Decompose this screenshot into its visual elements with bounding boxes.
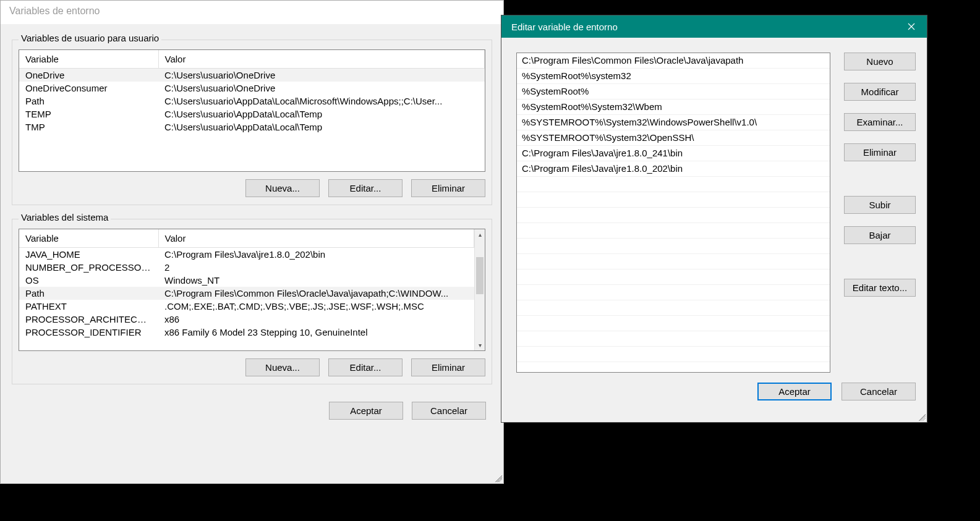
variable-cell: Path bbox=[19, 95, 158, 108]
edit-ok-button[interactable]: Aceptar bbox=[757, 383, 832, 400]
column-variable[interactable]: Variable bbox=[19, 50, 158, 69]
system-table-scrollbar[interactable]: ▴ ▾ bbox=[474, 229, 485, 350]
path-down-button[interactable]: Bajar bbox=[844, 226, 916, 244]
variable-cell: OS bbox=[19, 274, 158, 287]
list-item[interactable]: C:\Program Files\Java\jre1.8.0_202\bin bbox=[517, 161, 830, 177]
user-group-label: Variables de usuario para usuario bbox=[19, 33, 161, 43]
table-row[interactable]: PROCESSOR_ARCHITECTUREx86 bbox=[19, 313, 474, 326]
path-browse-button[interactable]: Examinar... bbox=[844, 113, 916, 131]
column-value[interactable]: Valor bbox=[158, 50, 485, 69]
variable-cell: NUMBER_OF_PROCESSORS bbox=[19, 261, 158, 274]
table-row[interactable]: PathC:\Program Files\Common Files\Oracle… bbox=[19, 287, 474, 300]
user-variables-group: Variables de usuario para usuario Variab… bbox=[12, 40, 492, 205]
user-delete-button[interactable]: Eliminar bbox=[411, 179, 485, 197]
edit-cancel-button[interactable]: Cancelar bbox=[842, 383, 916, 400]
path-new-button[interactable]: Nuevo bbox=[844, 53, 916, 70]
table-row[interactable]: OneDriveConsumerC:\Users\usuario\OneDriv… bbox=[19, 82, 485, 95]
list-item[interactable] bbox=[517, 300, 830, 316]
table-row[interactable]: TMPC:\Users\usuario\AppData\Local\Temp bbox=[19, 121, 485, 133]
list-item[interactable] bbox=[517, 347, 830, 362]
table-row[interactable]: PathC:\Users\usuario\AppData\Local\Micro… bbox=[19, 95, 485, 108]
path-edit-text-button[interactable]: Editar texto... bbox=[844, 279, 916, 297]
list-item[interactable] bbox=[517, 239, 830, 254]
list-item[interactable] bbox=[517, 223, 830, 239]
variable-cell: TMP bbox=[19, 121, 158, 133]
system-variables-group: Variables del sistema Variable Valor JAV… bbox=[12, 219, 492, 384]
list-item[interactable] bbox=[517, 316, 830, 331]
table-row[interactable]: JAVA_HOMEC:\Program Files\Java\jre1.8.0_… bbox=[19, 248, 474, 261]
path-up-button[interactable]: Subir bbox=[844, 196, 916, 214]
value-cell: C:\Users\usuario\AppData\Local\Temp bbox=[158, 108, 485, 121]
value-cell: x86 bbox=[158, 313, 474, 326]
env-cancel-button[interactable]: Cancelar bbox=[412, 402, 486, 420]
edit-dialog-titlebar[interactable]: Editar variable de entorno bbox=[501, 15, 927, 38]
column-variable[interactable]: Variable bbox=[19, 229, 158, 248]
variable-cell: OneDrive bbox=[19, 69, 158, 82]
path-list[interactable]: C:\Program Files\Common Files\Oracle\Jav… bbox=[516, 53, 830, 373]
list-item[interactable]: %SystemRoot%\system32 bbox=[517, 69, 830, 84]
value-cell: Windows_NT bbox=[158, 274, 474, 287]
path-edit-button[interactable]: Modificar bbox=[844, 83, 916, 101]
system-edit-button[interactable]: Editar... bbox=[328, 358, 403, 376]
close-button[interactable] bbox=[896, 15, 927, 38]
column-value[interactable]: Valor bbox=[158, 229, 474, 248]
value-cell: C:\Users\usuario\AppData\Local\Temp bbox=[158, 121, 485, 133]
list-item[interactable] bbox=[517, 285, 830, 300]
resize-grip[interactable] bbox=[917, 412, 926, 421]
variable-cell: TEMP bbox=[19, 108, 158, 121]
variable-cell: PATHEXT bbox=[19, 300, 158, 313]
user-variables-table[interactable]: Variable Valor OneDriveC:\Users\usuario\… bbox=[19, 49, 485, 172]
variable-cell: PROCESSOR_ARCHITECTURE bbox=[19, 313, 158, 326]
list-item[interactable]: %SYSTEMROOT%\System32\OpenSSH\ bbox=[517, 130, 830, 146]
env-ok-button[interactable]: Aceptar bbox=[329, 402, 403, 420]
edit-dialog-title: Editar variable de entorno bbox=[511, 22, 618, 32]
list-item[interactable]: %SYSTEMROOT%\System32\WindowsPowerShell\… bbox=[517, 115, 830, 130]
table-row[interactable]: OSWindows_NT bbox=[19, 274, 474, 287]
value-cell: C:\Program Files\Java\jre1.8.0_202\bin bbox=[158, 248, 474, 261]
table-row[interactable]: TEMPC:\Users\usuario\AppData\Local\Temp bbox=[19, 108, 485, 121]
scroll-up-icon[interactable]: ▴ bbox=[475, 229, 485, 240]
user-edit-button[interactable]: Editar... bbox=[328, 179, 403, 197]
value-cell: C:\Users\usuario\OneDrive bbox=[158, 82, 485, 95]
edit-environment-variable-dialog: Editar variable de entorno C:\Program Fi… bbox=[501, 15, 927, 423]
system-delete-button[interactable]: Eliminar bbox=[411, 358, 485, 376]
list-item[interactable]: C:\Program Files\Java\jre1.8.0_241\bin bbox=[517, 146, 830, 161]
value-cell: x86 Family 6 Model 23 Stepping 10, Genui… bbox=[158, 326, 474, 339]
value-cell: C:\Program Files\Common Files\Oracle\Jav… bbox=[158, 287, 474, 300]
list-item[interactable] bbox=[517, 269, 830, 285]
list-item[interactable] bbox=[517, 177, 830, 192]
system-new-button[interactable]: Nueva... bbox=[245, 358, 320, 376]
list-item[interactable] bbox=[517, 208, 830, 223]
value-cell: C:\Users\usuario\OneDrive bbox=[158, 69, 485, 82]
list-item[interactable] bbox=[517, 331, 830, 347]
path-delete-button[interactable]: Eliminar bbox=[844, 143, 916, 161]
list-item[interactable]: C:\Program Files\Common Files\Oracle\Jav… bbox=[517, 53, 830, 69]
system-variables-table[interactable]: Variable Valor JAVA_HOMEC:\Program Files… bbox=[19, 229, 485, 351]
variable-cell: JAVA_HOME bbox=[19, 248, 158, 261]
dialog-title: Variables de entorno bbox=[1, 1, 503, 24]
list-item[interactable]: %SystemRoot%\System32\Wbem bbox=[517, 100, 830, 115]
list-item[interactable] bbox=[517, 192, 830, 208]
scroll-down-icon[interactable]: ▾ bbox=[475, 340, 485, 350]
value-cell: 2 bbox=[158, 261, 474, 274]
table-row[interactable]: PATHEXT.COM;.EXE;.BAT;.CMD;.VBS;.VBE;.JS… bbox=[19, 300, 474, 313]
table-row[interactable]: OneDriveC:\Users\usuario\OneDrive bbox=[19, 69, 485, 82]
value-cell: C:\Users\usuario\AppData\Local\Microsoft… bbox=[158, 95, 485, 108]
resize-grip[interactable] bbox=[493, 473, 502, 482]
user-new-button[interactable]: Nueva... bbox=[245, 179, 320, 197]
list-item[interactable] bbox=[517, 254, 830, 269]
environment-variables-dialog: Variables de entorno Variables de usuari… bbox=[0, 0, 504, 484]
list-item[interactable]: %SystemRoot% bbox=[517, 84, 830, 100]
table-row[interactable]: NUMBER_OF_PROCESSORS2 bbox=[19, 261, 474, 274]
variable-cell: OneDriveConsumer bbox=[19, 82, 158, 95]
variable-cell: Path bbox=[19, 287, 158, 300]
close-icon bbox=[908, 23, 915, 30]
table-row[interactable]: PROCESSOR_IDENTIFIERx86 Family 6 Model 2… bbox=[19, 326, 474, 339]
system-group-label: Variables del sistema bbox=[19, 212, 111, 222]
variable-cell: PROCESSOR_IDENTIFIER bbox=[19, 326, 158, 339]
value-cell: .COM;.EXE;.BAT;.CMD;.VBS;.VBE;.JS;.JSE;.… bbox=[158, 300, 474, 313]
scroll-thumb[interactable] bbox=[476, 257, 484, 294]
